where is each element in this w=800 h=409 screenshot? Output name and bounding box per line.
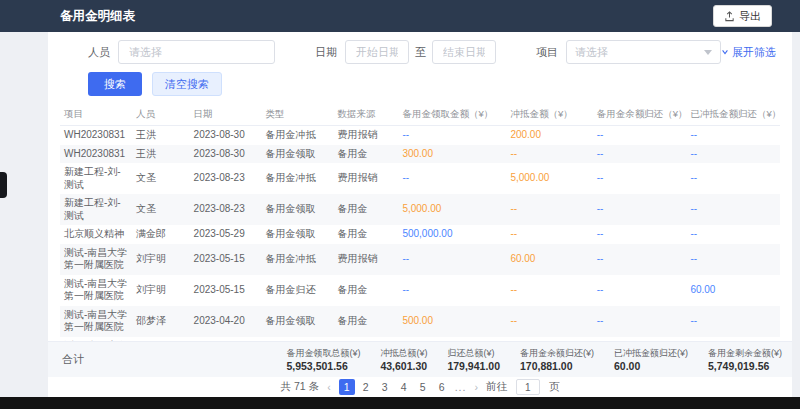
cell-type: 备用金领取 [262,194,334,225]
date-separator: 至 [415,45,426,60]
summary-stat-label: 备用金领取总额(¥) [286,347,360,360]
page-button[interactable]: 3 [377,379,393,395]
petty-cash-detail-page: 备用金明细表 导出 人员 日期 至 [0,0,800,409]
summary-stat-value: 170,881.00 [520,360,594,372]
page-button[interactable]: 1 [339,379,355,395]
cell-person: 王洪 [132,145,190,164]
clear-search-button[interactable]: 清空搜索 [152,72,222,96]
chevron-down-icon [704,50,712,55]
page-button[interactable]: 6 [434,379,450,395]
cell-amount[interactable]: 60.00 [686,275,780,306]
column-header: 项目 [60,104,132,126]
cell-amount: -- [686,126,780,145]
cell-source: 备用金 [334,225,399,244]
chevron-right-icon[interactable]: › [471,381,481,393]
export-icon [724,11,735,22]
cell-source: 费用报销 [334,126,399,145]
chevron-down-icon [721,48,729,56]
summary-stat: 备用金余额归还(¥)170,881.00 [520,347,594,372]
cell-person: 邵梦泽 [132,306,190,337]
expand-filters-link[interactable]: 展开筛选 [721,45,776,60]
date-start-field[interactable] [354,45,400,59]
cell-project: 新建工程-刘-测试 [60,194,132,225]
cell-amount: -- [593,163,687,194]
summary-stat: 归还总额(¥)179,941.00 [447,347,500,372]
summary-stats: 备用金领取总额(¥)5,953,501.56冲抵总额(¥)43,601.30归还… [286,347,792,372]
cell-amount: -- [398,163,506,194]
summary-stat-label: 备用金余额归还(¥) [520,347,594,360]
cell-amount[interactable]: 500,000.00 [398,225,506,244]
cell-amount: -- [593,194,687,225]
date-end-field[interactable] [441,45,487,59]
filter-actions: 搜索 清空搜索 [88,72,780,96]
cell-type: 备用金冲抵 [262,163,334,194]
page-buttons: 123456 [339,379,450,395]
table-row: 测试-南昌大学第一附属医院刘宇明2023-05-15备用金冲抵费用报销--60.… [60,244,780,275]
cell-amount: -- [593,244,687,275]
summary-stat-label: 已冲抵金额归还(¥) [614,347,688,360]
cell-amount: -- [506,145,592,164]
cell-amount: -- [686,163,780,194]
cell-amount[interactable]: 300.00 [398,145,506,164]
pagination-ellipsis[interactable]: ... [455,381,467,393]
cell-amount: -- [686,225,780,244]
cell-amount: -- [686,244,780,275]
table-row: 测试-南昌大学第一附属医院刘宇明2023-05-15备用金归还备用金------… [60,275,780,306]
cell-amount: -- [398,244,506,275]
project-filter-label: 项目 [536,45,558,60]
summary-stat-label: 备用金剩余金额(¥) [708,347,782,360]
export-button[interactable]: 导出 [713,5,772,27]
date-filter-group: 日期 至 [315,40,496,64]
chevron-left-icon[interactable]: ‹ [324,381,334,393]
table-row: 新建工程-刘-测试文圣2023-08-23备用金冲抵费用报销--5,000.00… [60,163,780,194]
date-end-input[interactable] [432,40,496,64]
cell-source: 备用金 [334,306,399,337]
cell-amount: -- [593,126,687,145]
page-button[interactable]: 2 [358,379,374,395]
cell-amount: -- [506,225,592,244]
page-title: 备用金明细表 [60,8,135,25]
cell-amount: -- [506,275,592,306]
cell-amount: -- [593,306,687,337]
column-header: 已冲抵金额归还（¥） [686,104,780,126]
cell-amount: -- [398,275,506,306]
cell-project: 测试-南昌大学第一附属医院 [60,275,132,306]
cell-person: 满金郎 [132,225,190,244]
project-select-placeholder: 请选择 [575,45,608,60]
cell-project: 测试-南昌大学第一附属医院 [60,244,132,275]
content-panel: 人员 日期 至 项目 请选择 [48,32,792,397]
cell-amount[interactable]: 500.00 [398,306,506,337]
page-button[interactable]: 5 [415,379,431,395]
summary-stat-value: 179,941.00 [447,360,500,372]
date-start-input[interactable] [345,40,409,64]
summary-row: 合计 备用金领取总额(¥)5,953,501.56冲抵总额(¥)43,601.3… [48,341,792,377]
cell-amount[interactable]: 60.00 [506,244,592,275]
summary-stat: 已冲抵金额归还(¥)60.00 [614,347,688,372]
cell-amount[interactable]: 5,000.00 [398,194,506,225]
goto-page-input[interactable] [516,379,540,395]
goto-prefix-label: 前往 [486,380,507,394]
cell-project: 测试-南昌大学第一附属医院 [60,306,132,337]
sidebar-expand-handle[interactable] [0,172,7,198]
person-select-input[interactable] [127,45,266,59]
project-select[interactable]: 请选择 [566,40,721,64]
goto-suffix-label: 页 [549,380,560,394]
cell-person: 刘宇明 [132,275,190,306]
summary-stat-value: 5,953,501.56 [286,360,360,372]
cell-type: 备用金领取 [262,145,334,164]
summary-stat-value: 60.00 [614,360,688,372]
column-header: 冲抵金额（¥） [506,104,592,126]
table-row: 测试-南昌大学第一附属医院邵梦泽2023-04-20备用金领取备用金500.00… [60,306,780,337]
cell-amount[interactable]: 200.00 [506,126,592,145]
cell-amount: -- [686,306,780,337]
filter-bar: 人员 日期 至 项目 请选择 [88,40,780,64]
cell-date: 2023-08-30 [190,145,262,164]
summary-total-label: 合计 [48,352,286,367]
cell-date: 2023-08-23 [190,163,262,194]
cell-date: 2023-04-20 [190,306,262,337]
column-header: 备用金领取金额（¥） [398,104,506,126]
page-button[interactable]: 4 [396,379,412,395]
search-button[interactable]: 搜索 [88,72,142,96]
cell-amount[interactable]: 5,000.00 [506,163,592,194]
person-select[interactable] [118,40,275,64]
